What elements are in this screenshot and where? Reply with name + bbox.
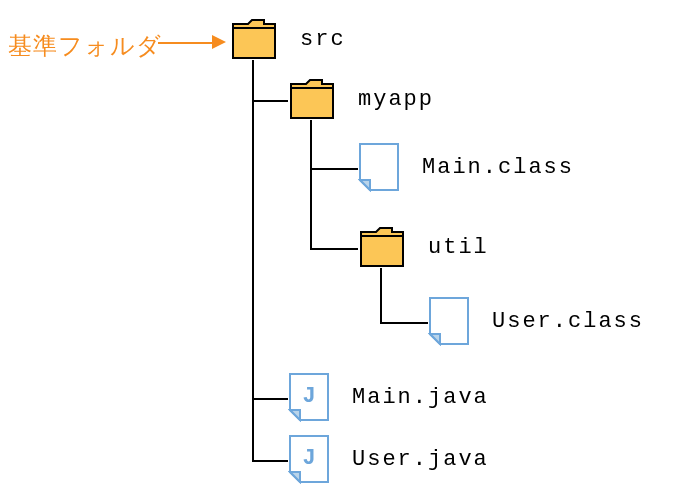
java-file-icon: J — [288, 372, 330, 422]
connector — [380, 268, 382, 324]
connector — [310, 168, 358, 170]
connector — [252, 100, 288, 102]
svg-marker-14 — [290, 472, 300, 482]
svg-text:J: J — [302, 384, 315, 409]
node-label: util — [428, 235, 489, 260]
svg-marker-5 — [360, 180, 370, 190]
tree-node-user-java: J User.java — [288, 434, 489, 484]
svg-rect-7 — [361, 236, 403, 266]
svg-text:J: J — [302, 446, 315, 471]
connector — [310, 120, 312, 250]
node-label: Main.java — [352, 385, 489, 410]
connector — [310, 248, 358, 250]
connector — [380, 322, 428, 324]
base-folder-annotation: 基準フォルダ — [8, 30, 162, 62]
folder-icon — [358, 226, 406, 268]
svg-rect-1 — [233, 28, 275, 58]
svg-marker-11 — [290, 410, 300, 420]
annotation-arrow-head — [212, 35, 226, 49]
folder-icon — [288, 78, 336, 120]
connector — [252, 60, 254, 462]
node-label: User.class — [492, 309, 644, 334]
node-label: src — [300, 27, 346, 52]
svg-rect-3 — [291, 88, 333, 118]
connector — [252, 398, 288, 400]
folder-icon — [230, 18, 278, 60]
file-icon — [358, 142, 400, 192]
node-label: myapp — [358, 87, 434, 112]
tree-node-util: util — [358, 226, 489, 268]
tree-diagram: 基準フォルダ src myapp Main.class — [0, 0, 683, 500]
java-file-icon: J — [288, 434, 330, 484]
tree-node-main-java: J Main.java — [288, 372, 489, 422]
annotation-text: 基準フォルダ — [8, 34, 162, 61]
file-icon — [428, 296, 470, 346]
node-label: User.java — [352, 447, 489, 472]
tree-node-myapp: myapp — [288, 78, 434, 120]
tree-node-main-class: Main.class — [358, 142, 574, 192]
node-label: Main.class — [422, 155, 574, 180]
tree-node-user-class: User.class — [428, 296, 644, 346]
svg-marker-9 — [430, 334, 440, 344]
connector — [252, 460, 288, 462]
tree-node-src: src — [230, 18, 346, 60]
annotation-arrow-line — [158, 42, 212, 44]
